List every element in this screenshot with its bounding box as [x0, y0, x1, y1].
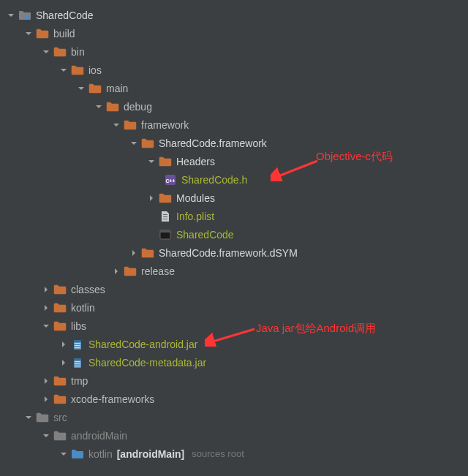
folder-orange-icon: [124, 119, 137, 131]
tree-row[interactable]: main: [0, 79, 468, 97]
chevron-down-icon[interactable]: [41, 321, 51, 331]
tree-row[interactable]: SharedCode: [0, 225, 468, 243]
svg-rect-11: [75, 345, 80, 346]
chevron-right-icon[interactable]: [41, 303, 51, 313]
chevron-down-icon[interactable]: [76, 83, 86, 94]
tree-item-label: SharedCode-metadata.jar: [88, 357, 206, 369]
tree-row[interactable]: debug: [0, 97, 468, 116]
chevron-down-icon[interactable]: [111, 120, 121, 130]
tree-item-label: SharedCode: [36, 10, 94, 21]
chevron-down-icon[interactable]: [129, 138, 139, 148]
tree-item-suffix: [androidMain]: [117, 448, 185, 460]
tree-item-label: release: [141, 265, 175, 277]
chevron-down-icon[interactable]: [41, 431, 51, 441]
svg-text:C++: C++: [165, 178, 175, 184]
tree-row[interactable]: SharedCode-metadata.jar: [0, 353, 468, 371]
tree-item-label: main: [106, 83, 128, 94]
tree-row[interactable]: ios: [0, 61, 468, 79]
folder-orange-icon: [53, 393, 67, 405]
folder-orange-icon: [141, 137, 154, 149]
tree-row[interactable]: Headers: [0, 152, 468, 170]
chevron-right-icon[interactable]: [129, 248, 139, 258]
tree-row[interactable]: xcode-frameworks: [0, 390, 468, 408]
plist-icon: [159, 211, 172, 222]
tree-item-label: SharedCode.h: [181, 174, 247, 186]
folder-module-icon: [18, 10, 31, 21]
tree-item-label: xcode-frameworks: [71, 393, 154, 405]
svg-rect-16: [75, 363, 80, 364]
svg-rect-10: [75, 343, 80, 344]
tree-row[interactable]: SharedCode: [0, 6, 468, 24]
tree-row[interactable]: Modules: [0, 189, 468, 207]
folder-orange-icon: [53, 320, 67, 332]
chevron-right-icon[interactable]: [111, 266, 121, 276]
folder-gray-icon: [53, 430, 67, 442]
chevron-right-icon[interactable]: [58, 339, 69, 350]
tree-row[interactable]: src: [0, 408, 468, 426]
folder-orange-icon: [53, 284, 67, 295]
chevron-down-icon[interactable]: [6, 10, 16, 20]
chevron-right-icon[interactable]: [41, 394, 51, 404]
tree-item-label: androidMain: [71, 430, 127, 442]
svg-rect-17: [75, 366, 80, 366]
chevron-down-icon[interactable]: [23, 29, 34, 39]
chevron-right-icon[interactable]: [146, 193, 156, 203]
arrow-placeholder: [146, 211, 156, 222]
svg-rect-15: [75, 361, 80, 362]
chevron-down-icon[interactable]: [23, 412, 34, 423]
tree-item-label: SharedCode-android.jar: [88, 339, 197, 350]
tree-row[interactable]: SharedCode.framework.dSYM: [0, 243, 468, 262]
folder-orange-icon: [159, 156, 172, 167]
chevron-down-icon[interactable]: [58, 449, 69, 459]
tree-row[interactable]: SharedCode.framework: [0, 134, 468, 152]
tree-row[interactable]: Info.plist: [0, 207, 468, 225]
tree-item-label: framework: [141, 119, 189, 131]
tree-item-label: Modules: [176, 192, 215, 204]
tree-item-label: tmp: [71, 375, 88, 387]
tree-row[interactable]: release: [0, 262, 468, 280]
tree-row[interactable]: C++SharedCode.h: [0, 170, 468, 189]
tree-item-label: SharedCode.framework.dSYM: [159, 247, 298, 259]
tree-row[interactable]: kotlin[androidMain]sources root: [0, 445, 468, 463]
svg-rect-0: [26, 15, 30, 20]
svg-rect-14: [74, 358, 81, 360]
tree-row[interactable]: bin: [0, 42, 468, 61]
tree-item-label: build: [53, 28, 75, 39]
folder-orange-icon: [53, 302, 67, 314]
chevron-down-icon[interactable]: [94, 102, 104, 112]
chevron-down-icon[interactable]: [58, 65, 69, 75]
jar-icon: [71, 357, 84, 369]
tree-item-label: debug: [124, 101, 152, 113]
tree-item-label: libs: [71, 320, 86, 332]
tree-row[interactable]: SharedCode-android.jar: [0, 335, 468, 353]
project-tree[interactable]: SharedCodebuildbiniosmaindebugframeworkS…: [0, 6, 468, 463]
tree-item-label: kotlin: [88, 448, 113, 460]
chevron-right-icon[interactable]: [41, 284, 51, 295]
cpp-icon: C++: [164, 174, 177, 186]
tree-row[interactable]: build: [0, 24, 468, 42]
tree-row[interactable]: kotlin: [0, 298, 468, 317]
svg-rect-3: [163, 214, 167, 215]
svg-rect-7: [160, 230, 170, 233]
chevron-down-icon[interactable]: [146, 156, 156, 167]
svg-rect-4: [163, 216, 167, 217]
folder-orange-icon: [53, 375, 67, 387]
svg-rect-5: [163, 219, 167, 219]
folder-orange-icon: [88, 83, 102, 94]
folder-orange-icon: [124, 265, 137, 277]
chevron-right-icon[interactable]: [41, 376, 51, 386]
tree-row[interactable]: tmp: [0, 371, 468, 390]
folder-orange-icon: [53, 46, 67, 58]
folder-orange-icon: [159, 192, 172, 204]
tree-row[interactable]: classes: [0, 280, 468, 298]
folder-gray-icon: [36, 412, 49, 423]
tree-item-label: src: [53, 412, 67, 423]
chevron-down-icon[interactable]: [41, 47, 51, 57]
chevron-right-icon[interactable]: [58, 358, 69, 368]
folder-src-icon: [71, 448, 84, 460]
jar-icon: [71, 339, 84, 350]
tree-row[interactable]: libs: [0, 317, 468, 335]
tree-row[interactable]: framework: [0, 116, 468, 134]
tree-item-label: classes: [71, 284, 105, 295]
tree-row[interactable]: androidMain: [0, 426, 468, 445]
